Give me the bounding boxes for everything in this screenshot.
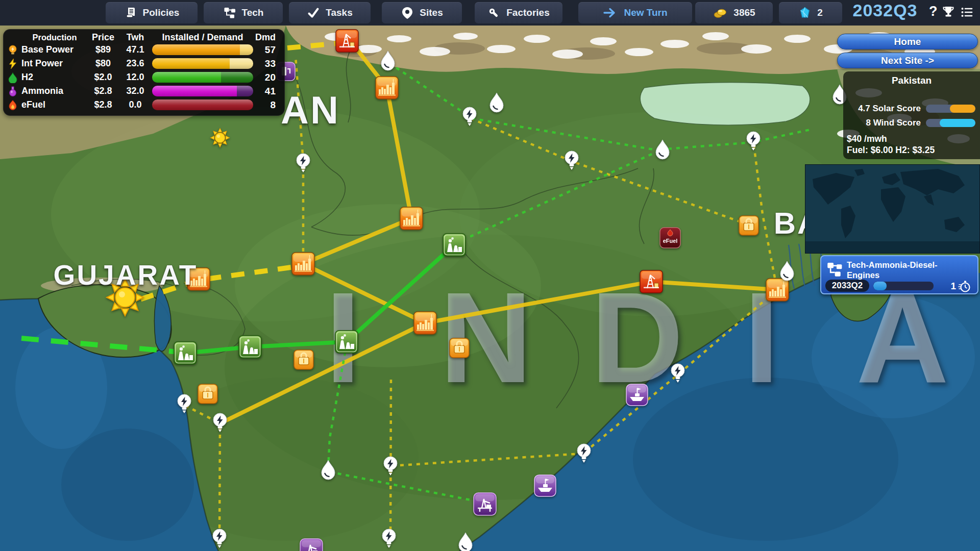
marker-factory[interactable] (238, 335, 262, 359)
production-row-ammonia: Ammonia $2.8 32.0 41 (7, 84, 281, 98)
marker-ship[interactable] (534, 474, 556, 497)
help-button[interactable]: ? (929, 4, 938, 19)
marker-bulb[interactable] (462, 106, 477, 129)
tab-tech[interactable]: Tech (204, 2, 283, 23)
marker-city[interactable] (413, 311, 437, 335)
trophy-icon (941, 5, 955, 19)
marker-sun (105, 278, 145, 317)
marker-factory[interactable] (443, 233, 466, 257)
production-row-int-power: Int Power $80 23.6 33 (7, 57, 281, 70)
marker-factory[interactable] (335, 330, 358, 354)
crystal-resource[interactable]: 2 (779, 2, 842, 23)
gold-amount: 3865 (733, 7, 755, 18)
tab-policies[interactable]: Policies (106, 2, 198, 23)
marker-rig[interactable] (300, 538, 323, 551)
marker-city[interactable] (400, 207, 423, 230)
marker-goods[interactable] (198, 384, 218, 404)
top-toolbar: Policies Tech Tasks Sites Factories New … (0, 0, 980, 26)
game-date: 2032Q3 (843, 1, 927, 20)
marker-bulb[interactable] (381, 528, 397, 550)
marker-factory[interactable] (174, 341, 197, 365)
crystal-icon (798, 6, 812, 19)
tab-sites[interactable]: Sites (382, 2, 462, 23)
marker-bulb[interactable] (212, 528, 227, 550)
marker-drop[interactable] (488, 92, 505, 114)
research-eta: 2033Q2 (825, 280, 869, 292)
fuel-prices: Fuel: $6.00 H2: $3.25 (847, 145, 935, 156)
ammonia-flask-icon (7, 86, 21, 97)
marker-oil[interactable] (335, 29, 359, 53)
tech-tree-icon (826, 261, 843, 278)
research-progress-panel[interactable]: Tech-Ammonia-Diesel- Engines 2033Q2 1 (820, 255, 978, 294)
marker-drop[interactable] (379, 50, 397, 72)
power-price: $40 /mwh (847, 134, 887, 144)
capacity-bar (152, 72, 253, 83)
marker-bulb[interactable] (177, 393, 192, 416)
marker-oil[interactable] (640, 270, 663, 293)
h2-drop-icon (7, 72, 21, 83)
gold-coins-icon (713, 6, 728, 19)
new-turn-button[interactable]: New Turn (578, 2, 692, 23)
col-twh: Twh (118, 33, 152, 42)
stopwatch-icon (958, 280, 971, 293)
marker-city[interactable] (375, 76, 399, 99)
marker-bulb[interactable] (670, 363, 685, 385)
marker-drop[interactable] (654, 139, 671, 161)
list-icon (960, 5, 974, 19)
capacity-bar (152, 99, 253, 110)
marker-goods[interactable] (293, 349, 314, 370)
marker-efuel[interactable]: eFuel (659, 227, 681, 248)
svg-text:eFuel: eFuel (663, 238, 678, 244)
bulb-icon (7, 44, 21, 56)
marker-bulb[interactable] (564, 150, 579, 172)
marker-drop[interactable] (457, 532, 474, 551)
log-button[interactable] (960, 5, 974, 19)
marker-city[interactable] (187, 267, 210, 291)
next-site-button[interactable]: Next Site -> (837, 53, 978, 68)
marker-rig[interactable] (473, 492, 497, 516)
checkmark-icon (307, 6, 320, 19)
marker-bulb[interactable] (383, 456, 398, 478)
wind-score-bar (926, 119, 975, 127)
marker-goods[interactable] (739, 215, 759, 236)
research-queue-count: 1 (943, 281, 956, 292)
flame-icon (7, 99, 21, 111)
production-panel: Production Price Twh Installed / Demand … (3, 29, 285, 116)
marker-bulb[interactable] (212, 412, 228, 435)
tab-factories[interactable]: Factories (475, 2, 562, 23)
marker-sun_small (210, 128, 230, 148)
crystal-amount: 2 (817, 7, 823, 18)
col-price: Price (88, 33, 118, 42)
country-name: Pakistan (843, 71, 980, 86)
col-dmd: Dmd (253, 33, 278, 42)
research-progress-bar (873, 282, 934, 290)
marker-bulb[interactable] (576, 443, 592, 465)
trophy-button[interactable] (941, 5, 955, 19)
marker-bulb[interactable] (746, 131, 761, 153)
gold-resource[interactable]: 3865 (695, 2, 773, 23)
solar-score-bar (926, 105, 975, 113)
site-info-panel: Pakistan 4.7 Solar Score 8 Wind Score $4… (843, 71, 980, 159)
world-map-image (805, 165, 979, 253)
capacity-bar (152, 86, 253, 96)
marker-bulb[interactable] (296, 153, 311, 175)
marker-goods[interactable] (449, 338, 470, 358)
map-pin-icon (401, 6, 414, 19)
tab-tasks[interactable]: Tasks (289, 2, 371, 23)
home-button[interactable]: Home (837, 34, 978, 49)
capacity-bar (152, 44, 253, 55)
game-screen: INDIA ANGUJARATBA eFuel (0, 0, 980, 551)
marker-ship[interactable] (626, 384, 648, 406)
production-row-base-power: Base Power $89 47.1 57 (7, 43, 281, 57)
wrench-icon (487, 6, 501, 19)
solar-score-label: 4.7 Solar Score (843, 104, 921, 113)
marker-city[interactable] (291, 252, 315, 276)
marker-drop[interactable] (778, 260, 796, 283)
col-production: Production (21, 33, 88, 42)
research-title: Tech-Ammonia-Diesel- Engines (847, 260, 938, 280)
world-minimap[interactable] (805, 164, 980, 254)
wind-score-label: 8 Wind Score (843, 118, 921, 128)
bolt-icon (7, 58, 21, 69)
marker-drop[interactable] (320, 459, 337, 482)
capacity-bar (152, 58, 253, 69)
